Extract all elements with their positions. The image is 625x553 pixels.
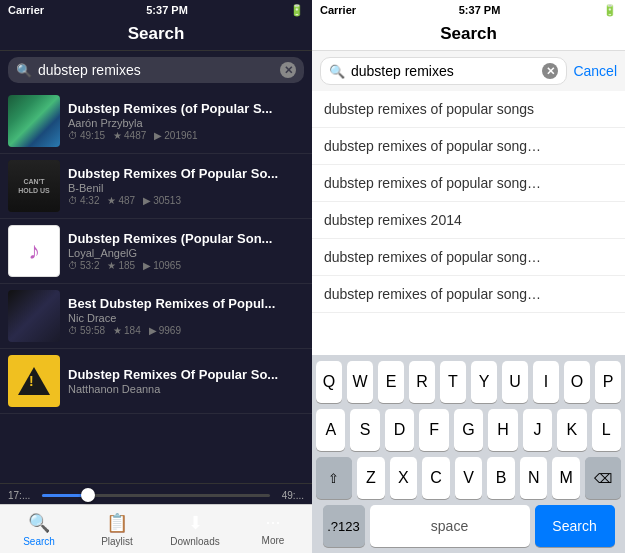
player-slider-thumb[interactable] <box>81 488 95 502</box>
key-M[interactable]: M <box>552 457 580 499</box>
player-track[interactable]: 17:... 49:... <box>8 488 304 502</box>
player-time-left: 17:... <box>8 490 36 501</box>
song-meta-3: ⏱ 53:2 ★ 185 ▶ 10965 <box>68 260 304 271</box>
key-D[interactable]: D <box>385 409 414 451</box>
space-key[interactable]: space <box>370 505 530 547</box>
song-stars-1: ★ 4487 <box>113 130 146 141</box>
tab-search[interactable]: 🔍 Search <box>0 505 78 553</box>
song-info-2: Dubstep Remixes Of Popular So... B-Benil… <box>68 166 304 206</box>
left-search-input-wrap[interactable]: 🔍 dubstep remixes ✕ <box>8 57 304 83</box>
right-search-icon: 🔍 <box>329 64 345 79</box>
suggestions-list: dubstep remixes of popular songs dubstep… <box>312 91 625 313</box>
suggestion-item-4[interactable]: dubstep remixes of popular song… <box>312 239 625 276</box>
right-status-bar: Carrier 5:37 PM 🔋 <box>312 0 625 20</box>
key-L[interactable]: L <box>592 409 621 451</box>
more-tab-label: More <box>262 535 285 546</box>
song-meta-2: ⏱ 4:32 ★ 487 ▶ 30513 <box>68 195 304 206</box>
song-artist-4: Nic Drace <box>68 312 304 324</box>
right-search-clear-button[interactable]: ✕ <box>542 63 558 79</box>
music-note-icon: ♪ <box>28 237 40 265</box>
key-U[interactable]: U <box>502 361 528 403</box>
left-status-bar: Carrier 5:37 PM 🔋 <box>0 0 312 20</box>
song-duration-3: ⏱ 53:2 <box>68 260 99 271</box>
song-stars-4: ★ 184 <box>113 325 141 336</box>
left-battery: 🔋 <box>290 4 304 17</box>
keyboard-row-1: Q W E R T Y U I O P <box>316 361 621 403</box>
key-O[interactable]: O <box>564 361 590 403</box>
key-Q[interactable]: Q <box>316 361 342 403</box>
key-H[interactable]: H <box>488 409 517 451</box>
tab-more[interactable]: ··· More <box>234 505 312 553</box>
key-P[interactable]: P <box>595 361 621 403</box>
song-duration-1: ⏱ 49:15 <box>68 130 105 141</box>
left-search-value[interactable]: dubstep remixes <box>38 62 274 78</box>
key-K[interactable]: K <box>557 409 586 451</box>
song-artist-2: B-Benil <box>68 182 304 194</box>
keyboard-row-2: A S D F G H J K L <box>316 409 621 451</box>
suggestion-item-2[interactable]: dubstep remixes of popular song… <box>312 165 625 202</box>
song-item-4[interactable]: Best Dubstep Remixes of Popul... Nic Dra… <box>0 284 312 349</box>
left-nav-bar: Search <box>0 20 312 51</box>
right-search-bar-row: 🔍 dubstep remixes ✕ Cancel <box>312 51 625 91</box>
key-B[interactable]: B <box>487 457 515 499</box>
song-plays-4: ▶ 9969 <box>149 325 181 336</box>
right-carrier: Carrier <box>320 4 356 16</box>
right-cancel-button[interactable]: Cancel <box>573 63 617 79</box>
song-stars-3: ★ 185 <box>107 260 135 271</box>
key-G[interactable]: G <box>454 409 483 451</box>
song-title-2: Dubstep Remixes Of Popular So... <box>68 166 304 181</box>
key-W[interactable]: W <box>347 361 373 403</box>
song-artist-1: Aarón Przybyla <box>68 117 304 129</box>
song-title-4: Best Dubstep Remixes of Popul... <box>68 296 304 311</box>
suggestion-item-0[interactable]: dubstep remixes of popular songs <box>312 91 625 128</box>
key-R[interactable]: R <box>409 361 435 403</box>
left-search-bar-row: 🔍 dubstep remixes ✕ <box>0 51 312 89</box>
key-N[interactable]: N <box>520 457 548 499</box>
key-Y[interactable]: Y <box>471 361 497 403</box>
num-key[interactable]: .?123 <box>323 505 365 547</box>
left-panel: Carrier 5:37 PM 🔋 Search 🔍 dubstep remix… <box>0 0 312 553</box>
song-info-4: Best Dubstep Remixes of Popul... Nic Dra… <box>68 296 304 336</box>
shift-key[interactable]: ⇧ <box>316 457 352 499</box>
left-search-icon: 🔍 <box>16 63 32 78</box>
delete-key[interactable]: ⌫ <box>585 457 621 499</box>
playlist-tab-icon: 📋 <box>106 512 128 534</box>
player-slider[interactable] <box>42 488 270 502</box>
tab-downloads[interactable]: ⬇ Downloads <box>156 505 234 553</box>
song-thumb-2: CAN'THOLD US <box>8 160 60 212</box>
song-plays-3: ▶ 10965 <box>143 260 181 271</box>
right-search-input-wrap[interactable]: 🔍 dubstep remixes ✕ <box>320 57 567 85</box>
key-A[interactable]: A <box>316 409 345 451</box>
key-S[interactable]: S <box>350 409 379 451</box>
tab-playlist[interactable]: 📋 Playlist <box>78 505 156 553</box>
key-C[interactable]: C <box>422 457 450 499</box>
left-search-clear-button[interactable]: ✕ <box>280 62 296 78</box>
song-item-1[interactable]: Dubstep Remixes (of Popular S... Aarón P… <box>0 89 312 154</box>
song-duration-4: ⏱ 59:58 <box>68 325 105 336</box>
key-T[interactable]: T <box>440 361 466 403</box>
left-time: 5:37 PM <box>146 4 188 16</box>
suggestion-item-1[interactable]: dubstep remixes of popular song… <box>312 128 625 165</box>
right-nav-title: Search <box>440 24 497 43</box>
search-key[interactable]: Search <box>535 505 615 547</box>
key-F[interactable]: F <box>419 409 448 451</box>
song-item-3[interactable]: ♪ Dubstep Remixes (Popular Son... Loyal_… <box>0 219 312 284</box>
song-plays-1: ▶ 201961 <box>154 130 197 141</box>
key-X[interactable]: X <box>390 457 418 499</box>
song-item-5[interactable]: Dubstep Remixes Of Popular So... Natthan… <box>0 349 312 414</box>
left-player-bar: 17:... 49:... <box>0 483 312 504</box>
suggestion-item-5[interactable]: dubstep remixes of popular song… <box>312 276 625 313</box>
key-I[interactable]: I <box>533 361 559 403</box>
downloads-tab-icon: ⬇ <box>188 512 203 534</box>
song-title-5: Dubstep Remixes Of Popular So... <box>68 367 304 382</box>
right-time: 5:37 PM <box>459 4 501 16</box>
keyboard-bottom-row: .?123 space Search <box>316 505 621 547</box>
song-item-2[interactable]: CAN'THOLD US Dubstep Remixes Of Popular … <box>0 154 312 219</box>
key-E[interactable]: E <box>378 361 404 403</box>
song-info-3: Dubstep Remixes (Popular Son... Loyal_An… <box>68 231 304 271</box>
suggestion-item-3[interactable]: dubstep remixes 2014 <box>312 202 625 239</box>
key-Z[interactable]: Z <box>357 457 385 499</box>
key-J[interactable]: J <box>523 409 552 451</box>
right-search-value[interactable]: dubstep remixes <box>351 63 536 79</box>
key-V[interactable]: V <box>455 457 483 499</box>
